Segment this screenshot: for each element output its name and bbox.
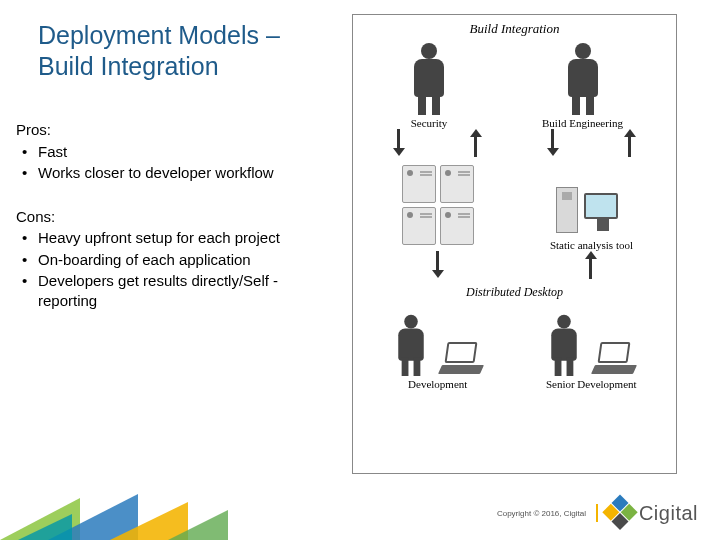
- arrow-down-icon: [392, 129, 406, 157]
- distributed-label: Distributed Desktop: [361, 285, 668, 300]
- decorative-triangles: [0, 480, 300, 540]
- list-item: Heavy upfront setup for each project: [38, 228, 336, 248]
- list-item: Works closer to developer workflow: [38, 163, 336, 183]
- cons-list: Heavy upfront setup for each project On-…: [16, 228, 336, 310]
- senior-dev-cell: Senior Development: [541, 304, 641, 390]
- arrow-up-icon: [469, 129, 483, 157]
- arrow-down-icon: [431, 251, 445, 279]
- footer: Copyright © 2016, Cigital Cigital: [0, 480, 720, 540]
- laptop-icon: [438, 342, 488, 376]
- tool-cell: Static analysis tool: [550, 171, 633, 251]
- workstation-icon: [556, 171, 626, 237]
- logo-mark-icon: [602, 495, 639, 532]
- diagram-title: Build Integration: [361, 21, 668, 37]
- diagram-row-top: Security Build Engineering: [361, 43, 668, 129]
- diagram: Build Integration Security Build Enginee…: [352, 14, 677, 474]
- arrows-row: [361, 251, 668, 279]
- pros-list: Fast Works closer to developer workflow: [16, 142, 336, 183]
- arrow-up-icon: [584, 251, 598, 279]
- copyright: Copyright © 2016, Cigital: [497, 509, 586, 518]
- build-eng-label: Build Engineering: [542, 117, 623, 129]
- person-icon: [545, 315, 584, 376]
- dev-cell: Development: [388, 304, 488, 390]
- diagram-row-bot: Development Senior Development: [361, 304, 668, 390]
- brand-name: Cigital: [639, 502, 698, 525]
- list-item: On-boarding of each application: [38, 250, 336, 270]
- person-icon: [560, 43, 606, 115]
- arrow-up-icon: [623, 129, 637, 157]
- servers-icon: [396, 161, 480, 251]
- list-item: Developers get results directly/Self -re…: [38, 271, 336, 310]
- senior-dev-label: Senior Development: [546, 378, 637, 390]
- arrow-down-icon: [546, 129, 560, 157]
- security-cell: Security: [406, 43, 452, 129]
- build-eng-cell: Build Engineering: [542, 43, 623, 129]
- cons-label: Cons:: [16, 207, 336, 227]
- person-icon: [406, 43, 452, 115]
- slide: Deployment Models – Build Integration Pr…: [0, 0, 720, 540]
- person-icon: [391, 315, 430, 376]
- diagram-row-mid: Static analysis tool: [361, 161, 668, 251]
- static-tool-label: Static analysis tool: [550, 239, 633, 251]
- pros-label: Pros:: [16, 120, 336, 140]
- security-label: Security: [411, 117, 448, 129]
- servers-cell: [396, 161, 480, 251]
- list-item: Fast: [38, 142, 336, 162]
- arrows-row: [361, 129, 668, 157]
- brand-logo: Cigital: [607, 500, 698, 526]
- divider: [596, 504, 598, 522]
- slide-title: Deployment Models – Build Integration: [38, 20, 338, 83]
- body-text: Pros: Fast Works closer to developer wor…: [16, 120, 336, 312]
- development-label: Development: [408, 378, 467, 390]
- laptop-icon: [591, 342, 641, 376]
